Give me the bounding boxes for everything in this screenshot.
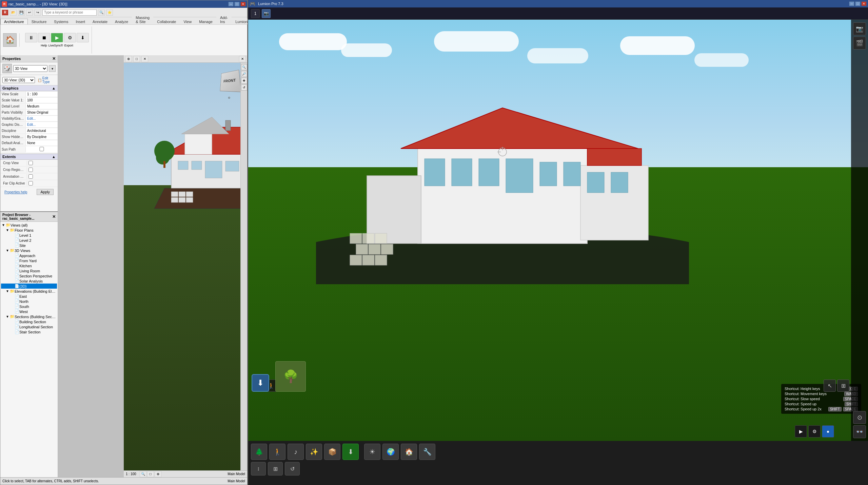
tree-site[interactable]: 📄 Site xyxy=(1,243,57,248)
navcube[interactable]: FRONT ⊕ xyxy=(214,65,244,96)
open-btn[interactable]: 📂 xyxy=(10,9,17,16)
lumion-nature-btn[interactable]: 🌲 xyxy=(251,444,267,460)
tree-building-section[interactable]: 📄 Building Section xyxy=(1,319,57,324)
lumion-restore-btn[interactable]: □ xyxy=(855,1,861,6)
project-browser-close-btn[interactable]: ✕ xyxy=(52,214,56,219)
prop-val-sun-path[interactable] xyxy=(26,146,58,153)
sun-path-checkbox[interactable] xyxy=(27,147,56,151)
prop-val-default-analy[interactable]: None xyxy=(26,140,58,146)
edit-type-link[interactable]: 📋 Edit Type xyxy=(38,76,56,84)
lumion-effects-btn[interactable]: ✨ xyxy=(306,444,322,460)
lumion-utilities-btn[interactable]: 🔧 xyxy=(419,444,435,460)
tree-north[interactable]: 📄 North xyxy=(1,299,57,304)
tab-architecture[interactable]: Architecture xyxy=(0,19,28,24)
tree-3d[interactable]: 📄 {3D} xyxy=(1,284,57,289)
revit-minimize-btn[interactable]: ─ xyxy=(228,2,234,6)
tree-floor-plans[interactable]: ▼ 📁 Floor Plans xyxy=(1,228,57,233)
prop-val-detail[interactable]: Medium xyxy=(26,104,58,109)
tab-insert[interactable]: Insert xyxy=(72,19,89,24)
lumion-sun-btn[interactable]: ☀ xyxy=(364,444,380,460)
tab-systems[interactable]: Systems xyxy=(50,19,72,24)
zoom-in-btn[interactable]: 🔍 xyxy=(241,64,247,70)
export-btn[interactable]: ⬇ xyxy=(77,33,89,42)
tab-addins[interactable]: Add-Ins xyxy=(216,15,232,24)
lumion-mode-btn[interactable]: 1 xyxy=(251,9,260,18)
tab-manage[interactable]: Manage xyxy=(195,19,216,24)
tree-from-yard[interactable]: 📄 From Yard xyxy=(1,258,57,263)
revit-close-btn[interactable]: ✕ xyxy=(240,2,246,6)
screenshot-btn[interactable]: 📷 xyxy=(853,22,866,35)
prop-type-dropdown[interactable]: 3D View xyxy=(13,65,47,72)
annotation-cr-checkbox[interactable] xyxy=(28,174,33,179)
tree-elevations[interactable]: ▼ 📁 Elevations (Building Elevation) xyxy=(1,289,57,294)
zoom-out-btn[interactable]: 🔎 xyxy=(241,71,247,77)
revit-restore-btn[interactable]: □ xyxy=(234,2,240,6)
prop-val-discipline[interactable]: Architectural xyxy=(26,128,58,133)
prop-val-view-scale[interactable]: 1 : 100 xyxy=(26,92,58,97)
tab-massing[interactable]: Massing & Site xyxy=(132,15,153,24)
select-mode-btn[interactable]: ↖ xyxy=(824,380,836,392)
stop-btn[interactable]: ⏹ xyxy=(38,33,50,42)
crop-region-checkbox[interactable] xyxy=(28,168,33,172)
tree-views-all[interactable]: ▼ 📁 Views (all) xyxy=(1,222,57,228)
tree-preview[interactable]: 🌳 xyxy=(275,361,306,392)
viewport-tb-btn3[interactable]: ✕ xyxy=(141,56,148,62)
viewport-close-btn[interactable]: ✕ xyxy=(239,56,246,62)
pano-btn[interactable]: ⊙ xyxy=(853,411,866,424)
graphics-toggle[interactable]: ▲ xyxy=(52,86,56,90)
prop-val-parts[interactable]: Show Original xyxy=(26,110,58,115)
tree-longitudinal-section[interactable]: 📄 Longitudinal Section xyxy=(1,324,57,329)
lumion-minimize-btn[interactable]: ─ xyxy=(849,1,854,6)
tree-3dviews[interactable]: ▼ 📁 3D Views xyxy=(1,248,57,253)
lumion-play-btn[interactable]: ▶ xyxy=(795,425,807,438)
movie-btn[interactable]: 🎬 xyxy=(853,37,866,50)
pan-btn[interactable]: ✥ xyxy=(241,78,247,84)
properties-close-btn[interactable]: ✕ xyxy=(52,56,56,61)
region-select-btn[interactable]: ⊞ xyxy=(837,380,849,392)
tab-analyze[interactable]: Analyze xyxy=(111,19,132,24)
apply-button[interactable]: Apply xyxy=(37,189,54,195)
tree-west[interactable]: 📄 West xyxy=(1,309,57,314)
tree-living-room[interactable]: 📄 Living Room xyxy=(1,268,57,273)
redo-btn[interactable]: ↪ xyxy=(34,9,41,16)
viewport-3d-content[interactable]: FRONT ⊕ 🔍 🔎 ✥ ↺ xyxy=(124,63,247,470)
tab-structure[interactable]: Structure xyxy=(28,19,51,24)
prop-val-graphic-disp[interactable]: Edit... xyxy=(26,122,58,127)
prop-type-arrow[interactable]: ▾ xyxy=(49,65,56,72)
lumion-select-btn[interactable]: ⊞ xyxy=(268,462,283,476)
search-input[interactable] xyxy=(42,9,97,16)
properties-help-link[interactable]: Properties help xyxy=(2,189,29,195)
lumion-import-btn[interactable]: ⬇ xyxy=(342,444,359,460)
prop-val-scale-value[interactable]: 100 xyxy=(26,98,58,103)
tab-annotate[interactable]: Annotate xyxy=(89,19,111,24)
viewport-tb-btn1[interactable]: ⊕ xyxy=(125,56,132,62)
settings-btn[interactable]: ⚙ xyxy=(64,33,76,42)
lumion-move-btn[interactable]: ↕ xyxy=(251,462,266,476)
tree-solar-analysis[interactable]: 📄 Solar Analysis xyxy=(1,278,57,284)
tree-east[interactable]: 📄 East xyxy=(1,294,57,299)
prop-val-vis-graphics[interactable]: Edit... xyxy=(26,116,58,121)
tree-kitchen[interactable]: 📄 Kitchen xyxy=(1,263,57,268)
far-clip-checkbox[interactable] xyxy=(28,181,33,186)
lumion-sound-btn[interactable]: ♪ xyxy=(288,444,304,460)
lumion-cam-btn[interactable]: 📷 xyxy=(262,9,271,18)
orbit-btn[interactable]: ↺ xyxy=(241,84,247,91)
vr-btn[interactable]: 👓 xyxy=(853,425,866,438)
lumion-objects-btn[interactable]: 📦 xyxy=(324,444,340,460)
tree-section-persp[interactable]: 📄 Section Perspective xyxy=(1,273,57,278)
lumion-build-btn[interactable]: 🏠 xyxy=(401,444,417,460)
lumion-record-btn[interactable]: ● xyxy=(822,425,834,438)
tree-south[interactable]: 📄 South xyxy=(1,304,57,309)
pause-btn[interactable]: ⏸ xyxy=(25,33,37,42)
star-btn[interactable]: ⭐ xyxy=(106,9,113,16)
tree-level1[interactable]: 📄 Level 1 xyxy=(1,233,57,238)
new-btn[interactable]: R xyxy=(2,9,8,16)
lumion-viewport[interactable]: Shortcut: Height keys Q E Shortcut: Move… xyxy=(248,20,868,441)
play-btn[interactable]: ▶ xyxy=(51,33,63,42)
sync-download-btn[interactable]: ⬇ xyxy=(252,374,269,392)
lumion-landscape-btn[interactable]: 🌍 xyxy=(382,444,399,460)
tab-view[interactable]: View xyxy=(180,19,195,24)
status-icon-2[interactable]: □ xyxy=(147,471,154,477)
tree-approach[interactable]: 📄 Approach xyxy=(1,253,57,258)
prop-val-show-hidden[interactable]: By Discipline xyxy=(26,134,58,139)
